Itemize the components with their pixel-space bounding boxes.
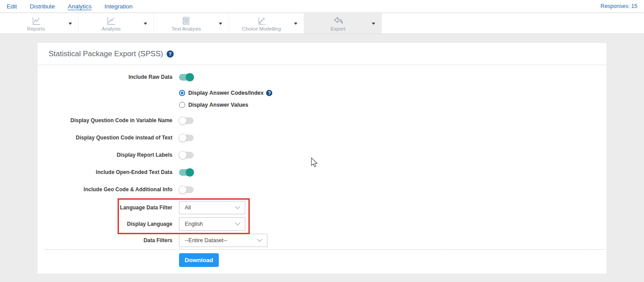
field-label: Language Data Filter <box>38 205 172 211</box>
toolbar-tab-export[interactable]: Export <box>304 13 382 34</box>
toolbar-tab-label: Export <box>331 26 345 31</box>
geo-code-toggle[interactable] <box>179 186 194 193</box>
dashed-divider <box>44 249 605 250</box>
toolbar-tab-choice-modelling[interactable]: Choice Modelling <box>229 13 304 34</box>
field-label: Display Question Code instead of Text <box>38 135 172 141</box>
form-row-download: Download <box>38 253 606 267</box>
open-ended-toggle[interactable] <box>179 169 194 176</box>
qcode-instead-text-toggle[interactable] <box>179 135 194 141</box>
toggle-knob <box>179 151 187 159</box>
radio-button-icon[interactable] <box>179 90 185 96</box>
scatter-chart-icon <box>257 16 267 26</box>
responses-count[interactable]: Responses: 15 <box>601 3 637 9</box>
toolbar-tab-label: Analysis <box>102 26 121 31</box>
toolbar-tab-text-analysis[interactable]: Text Analysis <box>154 13 229 34</box>
toolbar-tab-label: Choice Modelling <box>242 26 281 31</box>
toolbar-tab-choice-modelling-content: Choice Modelling <box>242 16 281 31</box>
nav-item-distribute[interactable]: Distribute <box>30 3 55 10</box>
chevron-down-icon[interactable] <box>372 23 375 25</box>
field-label: Include Raw Data <box>38 74 172 80</box>
download-button[interactable]: Download <box>179 253 219 267</box>
radio-button-icon[interactable] <box>179 102 185 108</box>
toolbar-tab-analysis-content: Analysis <box>102 16 121 31</box>
form-row-qcode-instead-text: Display Question Code instead of Text <box>38 131 606 144</box>
chevron-down-icon[interactable] <box>219 23 222 25</box>
field-label: Include Open-Ended Text Data <box>38 169 172 175</box>
toolbar-tab-label: Reports <box>27 26 45 31</box>
trend-chart-icon <box>106 16 116 26</box>
radio-label: Display Answer Codes/Index <box>188 90 263 96</box>
chevron-down-icon[interactable] <box>294 23 297 25</box>
nav-item-edit[interactable]: Edit <box>7 3 17 10</box>
toggle-knob <box>186 73 194 81</box>
help-icon[interactable]: ? <box>266 90 272 96</box>
chevron-down-icon <box>235 222 240 226</box>
form-row-report-labels: Display Report Labels <box>38 149 606 161</box>
field-label: Display Report Labels <box>38 152 172 158</box>
toolbar-tab-text-analysis-content: Text Analysis <box>171 16 201 31</box>
select-value: --Entire Dataset-- <box>185 237 253 243</box>
select-value: All <box>185 205 231 211</box>
form-row-radio-codes-index: Display Answer Codes/Index ? <box>38 87 606 99</box>
export-arrow-icon <box>333 16 343 26</box>
toggle-knob <box>179 116 187 125</box>
language-data-filter-select[interactable]: All <box>179 201 245 214</box>
top-navigation-bar: Edit Distribute Analytics Integration Re… <box>0 0 644 13</box>
include-raw-data-toggle[interactable] <box>179 74 194 81</box>
qcode-variable-name-toggle[interactable] <box>179 117 194 124</box>
toggle-knob <box>179 134 187 142</box>
radio-display-answer-codes[interactable]: Display Answer Codes/Index ? <box>179 90 272 96</box>
toolbar-tab-label: Text Analysis <box>171 26 201 31</box>
chevron-down-icon[interactable] <box>69 23 72 25</box>
field-label: Data Filters <box>38 237 172 243</box>
nav-item-integration[interactable]: Integration <box>104 3 133 10</box>
report-labels-toggle[interactable] <box>179 152 194 158</box>
help-icon[interactable]: ? <box>167 50 174 58</box>
form-row-data-filters: Data Filters --Entire Dataset-- <box>38 234 606 247</box>
field-label: Display Question Code in Variable Name <box>38 117 172 124</box>
data-filters-select[interactable]: --Entire Dataset-- <box>179 234 267 247</box>
display-language-select[interactable]: English <box>179 217 245 231</box>
analytics-toolbar: Reports Analysis Text Ana <box>0 13 644 34</box>
form-row-open-ended: Include Open-Ended Text Data <box>38 166 606 178</box>
toggle-knob <box>179 185 187 194</box>
form-row-language-data-filter: Language Data Filter All <box>38 201 606 214</box>
form-row-display-language: Display Language English <box>38 217 606 231</box>
document-grid-icon <box>181 16 191 26</box>
spss-export-panel: Statistical Package Export (SPSS) ? Incl… <box>38 43 606 274</box>
page-title: Statistical Package Export (SPSS) <box>49 50 163 58</box>
toolbar-tab-reports[interactable]: Reports <box>4 13 79 34</box>
line-chart-icon <box>31 16 41 26</box>
form-row-include-raw-data: Include Raw Data <box>38 71 606 83</box>
toolbar-tab-analysis[interactable]: Analysis <box>79 13 154 34</box>
form-row-qcode-variable-name: Display Question Code in Variable Name <box>38 114 606 127</box>
select-value: English <box>185 221 231 227</box>
toolbar-tab-export-content: Export <box>331 16 345 31</box>
field-label: Display Language <box>38 221 172 227</box>
toolbar-tab-reports-content: Reports <box>27 16 45 31</box>
radio-label: Display Answer Values <box>188 102 248 108</box>
nav-item-analytics[interactable]: Analytics <box>68 3 91 10</box>
field-label: Include Geo Code & Additional Info <box>38 186 172 193</box>
radio-display-answer-values[interactable]: Display Answer Values <box>179 102 248 108</box>
form-row-radio-values: Display Answer Values <box>38 99 606 111</box>
form-row-geo-code: Include Geo Code & Additional Info <box>38 183 606 196</box>
chevron-down-icon <box>257 239 263 242</box>
chevron-down-icon[interactable] <box>144 23 147 25</box>
panel-title-row: Statistical Package Export (SPSS) ? <box>38 43 606 65</box>
chevron-down-icon <box>235 206 240 209</box>
toggle-knob <box>186 168 194 177</box>
